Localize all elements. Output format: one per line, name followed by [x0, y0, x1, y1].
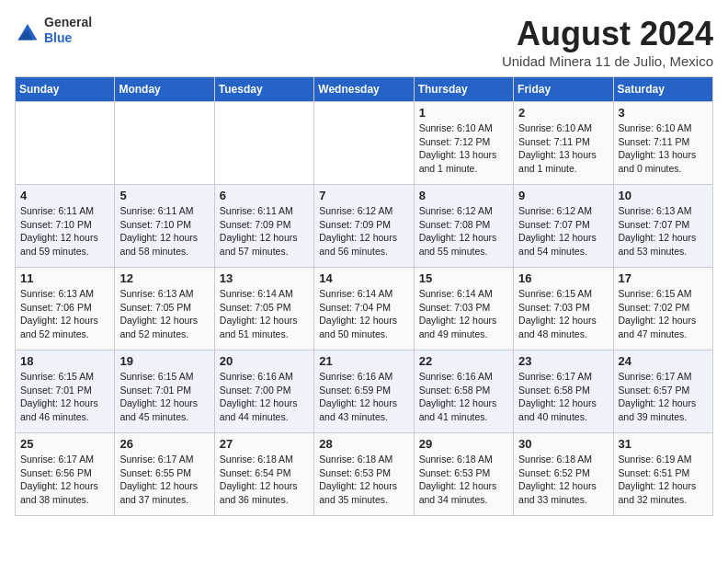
- calendar-cell: 14Sunrise: 6:14 AMSunset: 7:04 PMDayligh…: [314, 268, 414, 350]
- day-number: 16: [518, 271, 608, 285]
- day-info: Sunrise: 6:15 AMSunset: 7:01 PMDaylight:…: [119, 370, 209, 424]
- day-number: 17: [619, 271, 708, 285]
- calendar-cell: 23Sunrise: 6:17 AMSunset: 6:58 PMDayligh…: [514, 350, 613, 433]
- day-info: Sunrise: 6:14 AMSunset: 7:04 PMDaylight:…: [319, 287, 408, 341]
- logo-icon: [15, 17, 40, 43]
- day-number: 14: [319, 271, 408, 285]
- day-info: Sunrise: 6:16 AMSunset: 6:58 PMDaylight:…: [419, 370, 508, 424]
- weekday-header-wednesday: Wednesday: [314, 77, 414, 102]
- weekday-header-friday: Friday: [514, 77, 613, 102]
- day-info: Sunrise: 6:12 AMSunset: 7:07 PMDaylight:…: [518, 204, 608, 259]
- day-number: 10: [619, 189, 708, 202]
- logo-general: General: [44, 15, 92, 30]
- logo: General Blue: [15, 15, 92, 46]
- day-info: Sunrise: 6:10 AMSunset: 7:12 PMDaylight:…: [419, 121, 508, 176]
- day-info: Sunrise: 6:10 AMSunset: 7:11 PMDaylight:…: [518, 121, 608, 176]
- day-info: Sunrise: 6:18 AMSunset: 6:53 PMDaylight:…: [419, 453, 508, 507]
- weekday-header-monday: Monday: [115, 77, 214, 102]
- day-info: Sunrise: 6:19 AMSunset: 6:51 PMDaylight:…: [619, 453, 708, 507]
- calendar-cell: 8Sunrise: 6:12 AMSunset: 7:08 PMDaylight…: [414, 185, 513, 268]
- day-number: 28: [319, 437, 408, 451]
- day-number: 9: [518, 189, 608, 202]
- calendar-body: 1Sunrise: 6:10 AMSunset: 7:12 PMDaylight…: [16, 102, 713, 516]
- day-info: Sunrise: 6:11 AMSunset: 7:10 PMDaylight:…: [20, 204, 109, 259]
- day-info: Sunrise: 6:18 AMSunset: 6:54 PMDaylight:…: [220, 453, 309, 507]
- calendar-cell: 18Sunrise: 6:15 AMSunset: 7:01 PMDayligh…: [16, 350, 115, 433]
- day-info: Sunrise: 6:18 AMSunset: 6:52 PMDaylight:…: [518, 453, 608, 507]
- calendar-cell: 7Sunrise: 6:12 AMSunset: 7:09 PMDaylight…: [314, 185, 414, 268]
- weekday-header-sunday: Sunday: [16, 77, 115, 102]
- calendar-cell: 30Sunrise: 6:18 AMSunset: 6:52 PMDayligh…: [514, 433, 613, 516]
- calendar-cell: 27Sunrise: 6:18 AMSunset: 6:54 PMDayligh…: [214, 433, 313, 516]
- calendar-cell: 26Sunrise: 6:17 AMSunset: 6:55 PMDayligh…: [115, 433, 214, 516]
- calendar-week-4: 18Sunrise: 6:15 AMSunset: 7:01 PMDayligh…: [16, 350, 713, 433]
- day-number: 30: [518, 437, 608, 451]
- calendar-cell: 4Sunrise: 6:11 AMSunset: 7:10 PMDaylight…: [16, 185, 115, 268]
- calendar-cell: 6Sunrise: 6:11 AMSunset: 7:09 PMDaylight…: [214, 185, 313, 268]
- main-title: August 2024: [502, 15, 713, 53]
- day-number: 5: [119, 189, 209, 202]
- logo-text: General Blue: [44, 15, 92, 46]
- calendar-cell: 20Sunrise: 6:16 AMSunset: 7:00 PMDayligh…: [214, 350, 313, 433]
- calendar-cell: 10Sunrise: 6:13 AMSunset: 7:07 PMDayligh…: [613, 185, 712, 268]
- day-info: Sunrise: 6:13 AMSunset: 7:05 PMDaylight:…: [119, 287, 209, 341]
- day-info: Sunrise: 6:13 AMSunset: 7:07 PMDaylight:…: [619, 204, 708, 259]
- weekday-header-saturday: Saturday: [613, 77, 712, 102]
- day-info: Sunrise: 6:14 AMSunset: 7:05 PMDaylight:…: [220, 287, 309, 341]
- calendar-cell: 9Sunrise: 6:12 AMSunset: 7:07 PMDaylight…: [514, 185, 613, 268]
- day-number: 12: [119, 271, 209, 285]
- day-number: 22: [419, 354, 508, 368]
- subtitle: Unidad Minera 11 de Julio, Mexico: [502, 53, 713, 69]
- day-info: Sunrise: 6:17 AMSunset: 6:55 PMDaylight:…: [119, 453, 209, 507]
- day-info: Sunrise: 6:15 AMSunset: 7:02 PMDaylight:…: [619, 287, 708, 341]
- calendar-cell: 11Sunrise: 6:13 AMSunset: 7:06 PMDayligh…: [16, 268, 115, 350]
- day-info: Sunrise: 6:17 AMSunset: 6:57 PMDaylight:…: [619, 370, 708, 424]
- calendar-week-2: 4Sunrise: 6:11 AMSunset: 7:10 PMDaylight…: [16, 185, 713, 268]
- calendar-cell: 17Sunrise: 6:15 AMSunset: 7:02 PMDayligh…: [613, 268, 712, 350]
- calendar-cell: [16, 102, 115, 185]
- calendar-week-1: 1Sunrise: 6:10 AMSunset: 7:12 PMDaylight…: [16, 102, 713, 185]
- day-number: 29: [419, 437, 508, 451]
- calendar-cell: 1Sunrise: 6:10 AMSunset: 7:12 PMDaylight…: [414, 102, 513, 185]
- calendar-header: SundayMondayTuesdayWednesdayThursdayFrid…: [16, 77, 713, 102]
- day-number: 15: [419, 271, 508, 285]
- day-number: 3: [619, 106, 708, 120]
- calendar-cell: [214, 102, 313, 185]
- day-number: 25: [20, 437, 109, 451]
- calendar-cell: 15Sunrise: 6:14 AMSunset: 7:03 PMDayligh…: [414, 268, 513, 350]
- day-number: 26: [119, 437, 209, 451]
- calendar-week-5: 25Sunrise: 6:17 AMSunset: 6:56 PMDayligh…: [16, 433, 713, 516]
- weekday-header-thursday: Thursday: [414, 77, 513, 102]
- day-info: Sunrise: 6:18 AMSunset: 6:53 PMDaylight:…: [319, 453, 408, 507]
- day-number: 11: [20, 271, 109, 285]
- day-number: 2: [518, 106, 608, 120]
- day-info: Sunrise: 6:17 AMSunset: 6:58 PMDaylight:…: [518, 370, 608, 424]
- day-number: 6: [220, 189, 309, 202]
- day-info: Sunrise: 6:11 AMSunset: 7:10 PMDaylight:…: [119, 204, 209, 259]
- calendar-cell: 13Sunrise: 6:14 AMSunset: 7:05 PMDayligh…: [214, 268, 313, 350]
- day-number: 13: [220, 271, 309, 285]
- weekday-header-row: SundayMondayTuesdayWednesdayThursdayFrid…: [16, 77, 713, 102]
- calendar-cell: 12Sunrise: 6:13 AMSunset: 7:05 PMDayligh…: [115, 268, 214, 350]
- day-info: Sunrise: 6:16 AMSunset: 6:59 PMDaylight:…: [319, 370, 408, 424]
- day-number: 8: [419, 189, 508, 202]
- day-number: 18: [20, 354, 109, 368]
- calendar-cell: 29Sunrise: 6:18 AMSunset: 6:53 PMDayligh…: [414, 433, 513, 516]
- day-info: Sunrise: 6:16 AMSunset: 7:00 PMDaylight:…: [220, 370, 309, 424]
- calendar-cell: 28Sunrise: 6:18 AMSunset: 6:53 PMDayligh…: [314, 433, 414, 516]
- day-number: 23: [518, 354, 608, 368]
- day-info: Sunrise: 6:15 AMSunset: 7:01 PMDaylight:…: [20, 370, 109, 424]
- day-number: 7: [319, 189, 408, 202]
- calendar-cell: 24Sunrise: 6:17 AMSunset: 6:57 PMDayligh…: [613, 350, 712, 433]
- logo-blue: Blue: [44, 30, 92, 46]
- day-number: 1: [419, 106, 508, 120]
- day-info: Sunrise: 6:12 AMSunset: 7:08 PMDaylight:…: [419, 204, 508, 259]
- day-number: 4: [20, 189, 109, 202]
- calendar-cell: 21Sunrise: 6:16 AMSunset: 6:59 PMDayligh…: [314, 350, 414, 433]
- calendar-cell: 31Sunrise: 6:19 AMSunset: 6:51 PMDayligh…: [613, 433, 712, 516]
- day-number: 21: [319, 354, 408, 368]
- day-number: 19: [119, 354, 209, 368]
- calendar-cell: 3Sunrise: 6:10 AMSunset: 7:11 PMDaylight…: [613, 102, 712, 185]
- day-info: Sunrise: 6:11 AMSunset: 7:09 PMDaylight:…: [220, 204, 309, 259]
- calendar-cell: 16Sunrise: 6:15 AMSunset: 7:03 PMDayligh…: [514, 268, 613, 350]
